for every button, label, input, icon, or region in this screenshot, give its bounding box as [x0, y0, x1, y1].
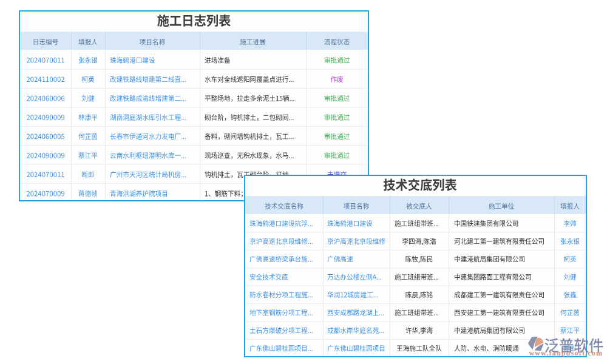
svg-text:www.fanpusoft.com: www.fanpusoft.com — [529, 349, 603, 357]
